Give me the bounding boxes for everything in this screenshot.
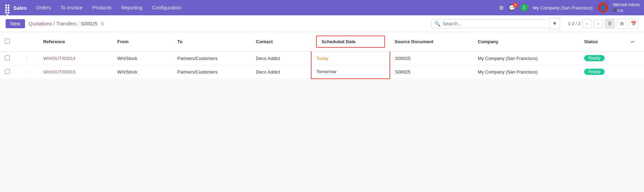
row2-from: WH/Stock [112,65,173,79]
breadcrumb: Quotations / Transfers / S00025 ⚙ [29,21,105,26]
scheduled-date-header[interactable]: Scheduled Date [311,32,390,52]
next-page-button[interactable]: › [594,19,603,28]
app-grid-icon[interactable] [4,5,10,11]
chat-icon[interactable]: 💬 4 [509,5,516,11]
source-document-header[interactable]: Source Document [390,32,473,52]
list-view-button[interactable]: ☰ [605,19,615,29]
row1-scheduled-date: Today [311,52,390,65]
user-info[interactable]: Mitchell Admin knk [613,2,640,13]
table-row: ☆ WH/OUT/00015 WH/Stock Partners/Custome… [0,65,644,79]
chat-badge: 4 [513,2,518,8]
user-avatar[interactable]: 👤 [598,2,608,13]
row1-extra [626,52,644,65]
row2-company: My Company (San Francisco) [473,65,579,79]
row2-source-document: S00025 [390,65,473,79]
row2-extra [626,65,644,79]
settings-gear-icon[interactable]: ⚙ [100,21,105,26]
row2-status-badge: Ready [584,69,605,75]
search-wrapper: 🔍 ▼ [431,18,560,29]
row1-status: Ready [579,52,626,65]
row1-from: WH/Stock [112,52,173,65]
scheduled-date-highlight-box: Scheduled Date [316,36,385,48]
row2-checkbox[interactable] [5,69,10,74]
row2-star-cell[interactable]: ☆ [19,65,38,79]
row1-status-badge: Ready [584,55,605,61]
row2-checkbox-cell[interactable] [0,65,19,79]
settings-icon[interactable]: ⚙ [499,5,504,11]
top-navigation: Sales Orders To Invoice Products Reporti… [0,0,644,15]
row2-reference[interactable]: WH/OUT/00015 [38,65,112,79]
select-all-header[interactable] [0,32,19,52]
row1-star-icon[interactable]: ☆ [24,55,29,61]
row1-checkbox[interactable] [5,55,10,60]
user-name: Mitchell Admin [613,2,640,8]
row1-reference[interactable]: WH/OUT/00014 [38,52,112,65]
app-brand[interactable]: Sales [13,5,27,11]
company-header[interactable]: Company [473,32,579,52]
row2-to: Partners/Customers [172,65,251,79]
nav-icons: ⚙ 💬 4 2 My Company (San Francisco) 👤 Mit… [499,2,640,13]
row1-to: Partners/Customers [172,52,251,65]
search-dropdown-button[interactable]: ▼ [550,18,560,29]
row1-checkbox-cell[interactable] [0,52,19,65]
search-box: 🔍 [431,19,550,28]
transfers-table: Reference From To Contact Scheduled Date [0,32,644,79]
kanban-view-button[interactable]: ⊞ [617,19,627,29]
to-header[interactable]: To [172,32,251,52]
table-body: ☆ WH/OUT/00014 WH/Stock Partners/Custome… [0,52,644,79]
nav-item-to-invoice[interactable]: To Invoice [57,3,86,12]
search-input[interactable] [442,21,547,26]
breadcrumb-separator: / [78,21,79,26]
breadcrumb-current: S00025 [81,21,97,26]
company-name[interactable]: My Company (San Francisco) [533,5,593,10]
search-icon: 🔍 [434,21,440,26]
star-header [19,32,38,52]
breadcrumb-parent[interactable]: Quotations / Transfers [29,21,77,26]
nav-item-reporting[interactable]: Reporting [118,3,146,12]
nav-item-configuration[interactable]: Configuration [149,3,184,12]
select-all-checkbox[interactable] [5,39,10,44]
from-header[interactable]: From [112,32,173,52]
filter-icon[interactable]: ⇌ [630,39,635,45]
row1-contact: Deco Addict [251,52,311,65]
row1-star-cell[interactable]: ☆ [19,52,38,65]
new-button[interactable]: New [6,19,25,28]
user-code: knk [613,8,640,13]
row2-star-icon[interactable]: ☆ [24,69,29,75]
table-row: ☆ WH/OUT/00014 WH/Stock Partners/Custome… [0,52,644,65]
calendar-view-button[interactable]: 📅 [629,19,638,29]
sub-toolbar: New Quotations / Transfers / S00025 ⚙ 🔍 … [0,15,644,32]
pagination-label: 1-2 / 2 [568,21,581,26]
activity-icon[interactable]: 2 [520,4,528,11]
row2-status: Ready [579,65,626,79]
row2-scheduled-date: Tomorrow [311,65,390,79]
nav-item-orders[interactable]: Orders [32,3,54,12]
table-header-row: Reference From To Contact Scheduled Date [0,32,644,52]
filter-header[interactable]: ⇌ [626,32,644,52]
status-header[interactable]: Status [579,32,626,52]
contact-header[interactable]: Contact [251,32,311,52]
reference-header[interactable]: Reference [38,32,112,52]
row1-source-document: S00025 [390,52,473,65]
row1-company: My Company (San Francisco) [473,52,579,65]
table-container: Reference From To Contact Scheduled Date [0,32,644,79]
view-controls: 1-2 / 2 ‹ › ☰ ⊞ 📅 [568,19,638,29]
nav-item-products[interactable]: Products [89,3,115,12]
row2-contact: Deco Addict [251,65,311,79]
prev-page-button[interactable]: ‹ [583,19,592,28]
